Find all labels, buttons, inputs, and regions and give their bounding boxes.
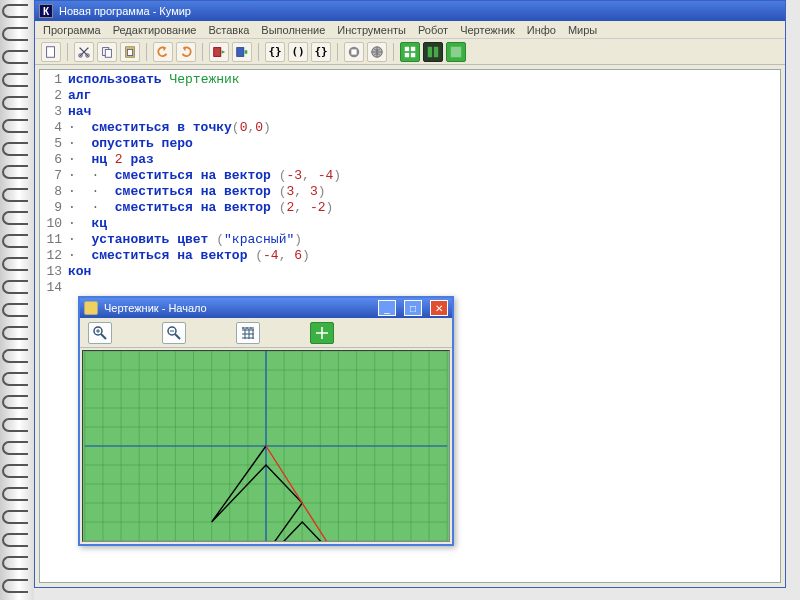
drawer-titlebar[interactable]: Чертежник - Начало _ □ ✕ [80, 298, 452, 318]
maximize-button[interactable]: □ [404, 300, 422, 316]
separator-icon [67, 43, 68, 61]
menu-run[interactable]: Выполнение [261, 24, 325, 36]
svg-point-33 [242, 327, 244, 329]
brace-open-icon[interactable]: {} [265, 42, 285, 62]
full-view-icon[interactable] [446, 42, 466, 62]
code-content: алг [68, 88, 91, 104]
new-file-icon[interactable] [41, 42, 61, 62]
code-content: · · сместиться на вектор (3, 3) [68, 184, 326, 200]
svg-rect-13 [405, 46, 409, 50]
code-line[interactable]: 10· кц [40, 216, 780, 232]
drawer-title: Чертежник - Начало [104, 302, 207, 314]
brace-close-icon[interactable]: {} [311, 42, 331, 62]
cut-icon[interactable] [74, 42, 94, 62]
code-content: · нц 2 раз [68, 152, 154, 168]
code-content: · кц [68, 216, 107, 232]
line-number: 8 [40, 184, 68, 200]
code-line[interactable]: 9· · сместиться на вектор (2, -2) [40, 200, 780, 216]
drawer-icon [84, 301, 98, 315]
svg-rect-11 [351, 49, 356, 54]
svg-rect-14 [411, 46, 415, 50]
code-line[interactable]: 8· · сместиться на вектор (3, 3) [40, 184, 780, 200]
code-line[interactable]: 4· сместиться в точку(0,0) [40, 120, 780, 136]
line-number: 5 [40, 136, 68, 152]
separator-icon [393, 43, 394, 61]
minimize-button[interactable]: _ [378, 300, 396, 316]
grid-toggle-icon[interactable] [236, 322, 260, 344]
menu-worlds[interactable]: Миры [568, 24, 597, 36]
code-line[interactable]: 13кон [40, 264, 780, 280]
canvas-svg [83, 351, 449, 541]
line-number: 13 [40, 264, 68, 280]
menu-robot[interactable]: Робот [418, 24, 448, 36]
code-content: · сместиться на вектор (-4, 6) [68, 248, 310, 264]
code-content: · · сместиться на вектор (-3, -4) [68, 168, 341, 184]
menu-program[interactable]: Программа [43, 24, 101, 36]
svg-rect-8 [237, 47, 244, 56]
line-number: 6 [40, 152, 68, 168]
code-line[interactable]: 3нач [40, 104, 780, 120]
app-icon: К [39, 4, 53, 18]
svg-rect-15 [405, 52, 409, 56]
code-content: кон [68, 264, 91, 280]
svg-rect-17 [428, 46, 432, 57]
code-content: · · сместиться на вектор (2, -2) [68, 200, 333, 216]
brace-paren-icon[interactable]: () [288, 42, 308, 62]
code-content: · опустить перо [68, 136, 193, 152]
line-number: 11 [40, 232, 68, 248]
notebook-spiral: for (let i=0;i<26;i++) document.write('<… [0, 0, 34, 600]
zoom-in-icon[interactable] [88, 322, 112, 344]
line-number: 2 [40, 88, 68, 104]
svg-rect-6 [127, 49, 132, 55]
undo-icon[interactable] [153, 42, 173, 62]
svg-line-25 [175, 334, 180, 339]
paste-icon[interactable] [120, 42, 140, 62]
svg-rect-0 [47, 46, 55, 57]
code-line[interactable]: 12· сместиться на вектор (-4, 6) [40, 248, 780, 264]
code-content: · сместиться в точку(0,0) [68, 120, 271, 136]
code-line[interactable]: 1использовать Чертежник [40, 72, 780, 88]
code-content: · установить цвет ("красный") [68, 232, 302, 248]
titlebar: К Новая программа - Кумир [35, 1, 785, 21]
menu-edit[interactable]: Редактирование [113, 24, 197, 36]
code-line[interactable]: 2алг [40, 88, 780, 104]
globe-icon[interactable] [367, 42, 387, 62]
drawing-canvas[interactable] [82, 350, 450, 542]
stop-icon[interactable] [344, 42, 364, 62]
code-line[interactable]: 14 [40, 280, 780, 296]
redo-icon[interactable] [176, 42, 196, 62]
drawer-window: Чертежник - Начало _ □ ✕ [78, 296, 454, 546]
svg-rect-4 [105, 49, 111, 57]
menu-insert[interactable]: Вставка [208, 24, 249, 36]
code-line[interactable]: 7· · сместиться на вектор (-3, -4) [40, 168, 780, 184]
line-number: 1 [40, 72, 68, 88]
separator-icon [202, 43, 203, 61]
menu-tools[interactable]: Инструменты [337, 24, 406, 36]
split-view-icon[interactable] [423, 42, 443, 62]
separator-icon [258, 43, 259, 61]
svg-rect-19 [451, 46, 462, 57]
menubar: Программа Редактирование Вставка Выполне… [35, 21, 785, 39]
code-line[interactable]: 5· опустить перо [40, 136, 780, 152]
step-icon[interactable] [232, 42, 252, 62]
svg-point-35 [250, 327, 252, 329]
run-icon[interactable] [209, 42, 229, 62]
separator-icon [337, 43, 338, 61]
line-number: 7 [40, 168, 68, 184]
center-icon[interactable] [310, 322, 334, 344]
copy-icon[interactable] [97, 42, 117, 62]
zoom-out-icon[interactable] [162, 322, 186, 344]
menu-info[interactable]: Инфо [527, 24, 556, 36]
separator-icon [146, 43, 147, 61]
line-number: 4 [40, 120, 68, 136]
code-content: использовать Чертежник [68, 72, 240, 88]
line-number: 10 [40, 216, 68, 232]
code-line[interactable]: 11· установить цвет ("красный") [40, 232, 780, 248]
svg-rect-9 [245, 50, 248, 54]
grid-view-icon[interactable] [400, 42, 420, 62]
close-button[interactable]: ✕ [430, 300, 448, 316]
drawer-toolbar [80, 318, 452, 348]
menu-drawer[interactable]: Чертежник [460, 24, 515, 36]
window-title: Новая программа - Кумир [59, 5, 191, 17]
code-line[interactable]: 6· нц 2 раз [40, 152, 780, 168]
